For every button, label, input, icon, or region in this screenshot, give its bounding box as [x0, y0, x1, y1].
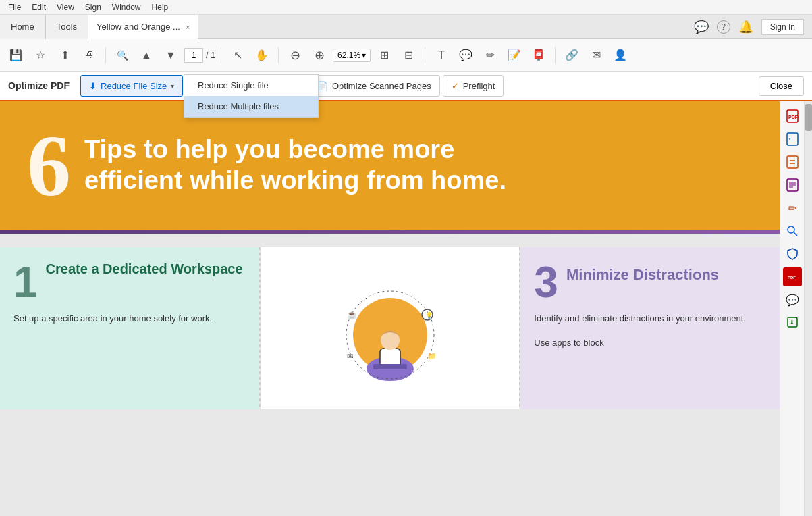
user-button[interactable]: 👤 — [610, 45, 631, 66]
menu-file[interactable]: File — [3, 1, 26, 14]
divider-1 — [105, 47, 106, 63]
reduce-file-size-dropdown: Reduce Single file Reduce Multiple files — [184, 74, 319, 118]
card3-desc1: Identify and eliminate distractions in y… — [534, 312, 766, 326]
svg-text:📁: 📁 — [427, 351, 437, 361]
menu-help[interactable]: Help — [146, 1, 174, 14]
main-area: ◀ 6 Tips to help you become more efficie… — [0, 101, 812, 516]
next-page-button[interactable]: ▼ — [160, 45, 182, 66]
card3-desc2: Use apps to block — [534, 336, 766, 351]
tab-home[interactable]: Home — [0, 15, 46, 39]
sidebar-pdf-icon[interactable]: PDF — [783, 107, 802, 126]
bell-icon[interactable]: 🔔 — [738, 20, 753, 34]
svg-rect-15 — [787, 156, 798, 168]
sidebar-security-icon[interactable] — [783, 244, 802, 263]
comment-tool-button[interactable]: 💬 — [455, 45, 477, 66]
pdf-header-section: 6 Tips to help you become more efficient… — [0, 101, 780, 230]
vertical-scrollbar[interactable] — [804, 101, 812, 516]
menu-sign[interactable]: Sign — [80, 1, 107, 14]
sidebar-comment-icon[interactable]: 💬 — [783, 290, 802, 309]
tab-bar: Home Tools Yellow and Orange ... × 💬 ? 🔔… — [0, 15, 812, 39]
reduce-dropdown-arrow: ▾ — [171, 82, 174, 90]
print-button[interactable]: 🖨 — [78, 45, 100, 66]
page-input[interactable] — [184, 48, 203, 63]
scrollbar-thumb[interactable] — [805, 104, 812, 131]
preflight-icon: ✓ — [452, 81, 459, 91]
zoom-selector[interactable]: 62.1% ▾ — [333, 49, 371, 62]
reduce-single-file-option[interactable]: Reduce Single file — [184, 75, 318, 96]
menu-view[interactable]: View — [51, 1, 80, 14]
upload-button[interactable]: ⬆ — [54, 45, 76, 66]
highlight-button[interactable]: 📝 — [504, 45, 525, 66]
sidebar-download-icon[interactable]: ⬇ — [783, 313, 802, 332]
tab-document[interactable]: Yellow and Orange ... × — [88, 15, 198, 39]
svg-text:☕: ☕ — [347, 309, 357, 319]
sidebar-search-icon[interactable] — [783, 222, 802, 240]
sidebar-pdf-viewer-icon[interactable]: PDF — [783, 267, 802, 286]
card3-number: 3 — [534, 261, 558, 304]
optimize-scanned-label: Optimize Scanned Pages — [332, 81, 431, 91]
save-button[interactable]: 💾 — [5, 45, 27, 66]
svg-rect-4 — [373, 364, 407, 369]
pdf-header-text: Tips to help you become more efficient w… — [84, 134, 506, 196]
sidebar-export-icon[interactable]: ⬆ — [783, 130, 802, 149]
pdf-big-number: 6 — [27, 122, 71, 209]
select-tool-button[interactable]: ↖ — [227, 45, 248, 66]
svg-text:✉: ✉ — [347, 352, 353, 360]
svg-point-22 — [788, 226, 794, 233]
tab-doc-label: Yellow and Orange ... — [97, 22, 180, 32]
comment-icon[interactable]: 💬 — [694, 20, 709, 34]
menu-window[interactable]: Window — [107, 1, 146, 14]
right-sidebar: PDF ⬆ ✏ PDF 💬 ⬇ — [780, 101, 804, 516]
help-icon[interactable]: ? — [717, 20, 730, 34]
stamp-button[interactable]: 📮 — [528, 45, 549, 66]
close-tab-icon[interactable]: × — [186, 23, 190, 31]
optimize-title: Optimize PDF — [8, 80, 70, 91]
email-button[interactable]: ✉ — [585, 45, 607, 66]
page-navigation: / 1 — [184, 48, 215, 63]
sidebar-compress-icon[interactable] — [783, 153, 802, 172]
optimize-scanned-icon: 📄 — [317, 81, 328, 91]
toolbar: 💾 ☆ ⬆ 🖨 🔍 ▲ ▼ / 1 ↖ ✋ ⊖ ⊕ 62.1% ▾ ⊞ ⊟ T … — [0, 39, 812, 72]
page-separator: / — [206, 51, 208, 60]
tab-tools[interactable]: Tools — [46, 15, 88, 39]
fit-width-button[interactable]: ⊟ — [398, 45, 419, 66]
optimize-scanned-button[interactable]: 📄 Optimize Scanned Pages — [308, 75, 440, 97]
reduce-file-size-label: Reduce File Size — [101, 81, 167, 91]
svg-text:⬆: ⬆ — [788, 137, 791, 141]
reduce-file-size-button[interactable]: ⬇ Reduce File Size ▾ — [80, 75, 183, 97]
sidebar-doc-icon[interactable] — [783, 176, 802, 195]
svg-text:⬇: ⬇ — [790, 319, 794, 326]
sign-in-button[interactable]: Sign In — [761, 19, 804, 35]
card1-description: Set up a specific area in your home sole… — [13, 312, 246, 326]
sidebar-edit-icon[interactable]: ✏ — [783, 199, 802, 217]
pencil-button[interactable]: ✏ — [479, 45, 501, 66]
zoom-in-button[interactable]: ⊕ — [308, 45, 330, 66]
card-1: 1 Create a Dedicated Workspace Set up a … — [0, 247, 259, 409]
zoom-arrow-icon: ▾ — [362, 51, 366, 60]
tab-bar-actions: 💬 ? 🔔 Sign In — [694, 19, 812, 35]
bookmark-button[interactable]: ☆ — [30, 45, 51, 66]
menu-edit[interactable]: Edit — [26, 1, 51, 14]
card-2-illustration: 💡 ☕ 📁 ✉ — [261, 247, 520, 409]
hand-tool-button[interactable]: ✋ — [251, 45, 273, 66]
preflight-button[interactable]: ✓ Preflight — [443, 75, 504, 97]
divider-4 — [425, 47, 425, 63]
zoom-out-button[interactable]: ⊖ — [284, 45, 306, 66]
svg-text:💡: 💡 — [425, 311, 433, 319]
close-button[interactable]: Close — [759, 76, 804, 96]
page-total: 1 — [211, 51, 215, 60]
optimize-bar: Optimize PDF ⬇ Reduce File Size ▾ ⚙ Adva… — [0, 72, 812, 101]
reduce-multiple-files-option[interactable]: Reduce Multiple files — [184, 96, 318, 117]
divider-5 — [555, 47, 556, 63]
svg-line-23 — [794, 232, 797, 236]
zoom-out-tool-button[interactable]: 🔍 — [111, 45, 133, 66]
pdf-content: 6 Tips to help you become more efficient… — [0, 101, 780, 516]
typewriter-button[interactable]: T — [431, 45, 452, 66]
pdf-cards: 1 Create a Dedicated Workspace Set up a … — [0, 234, 780, 423]
fit-page-button[interactable]: ⊞ — [373, 45, 395, 66]
prev-page-button[interactable]: ▲ — [136, 45, 157, 66]
svg-text:PDF: PDF — [788, 276, 796, 280]
zoom-level: 62.1% — [337, 51, 360, 60]
divider-3 — [278, 47, 279, 63]
link-button[interactable]: 🔗 — [561, 45, 583, 66]
